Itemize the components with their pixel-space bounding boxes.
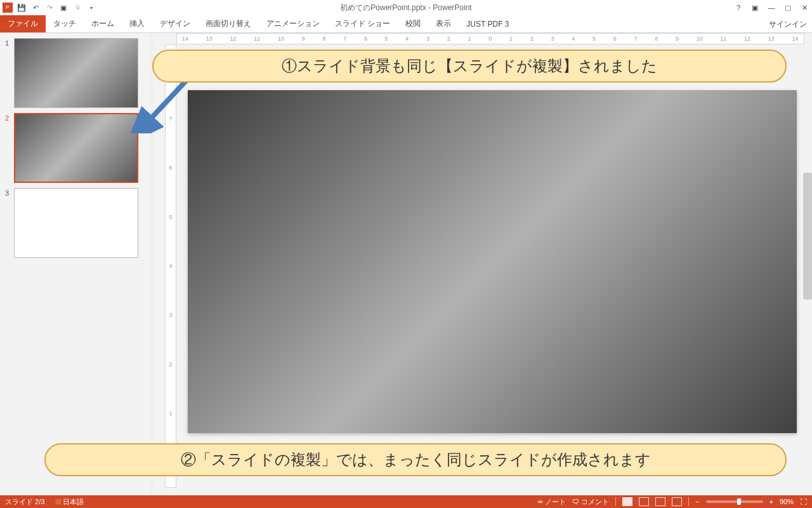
slide-sorter-view-icon[interactable] <box>639 497 649 506</box>
slideshow-view-icon[interactable] <box>672 497 682 506</box>
ribbon-tabs: ファイル タッチ ホーム 挿入 デザイン 画面切り替え アニメーション スライド… <box>0 15 812 33</box>
slide-thumbnail[interactable]: 3 <box>5 188 147 258</box>
slide-number: 3 <box>5 188 14 258</box>
tab-touch[interactable]: タッチ <box>46 15 84 32</box>
ribbon-display-icon[interactable]: ▣ <box>750 4 760 12</box>
undo-icon[interactable]: ↶ <box>30 3 41 13</box>
touch-mode-icon[interactable]: ☟ <box>72 3 82 13</box>
normal-view-icon[interactable] <box>622 497 632 506</box>
slide-thumbnail[interactable]: 2 <box>5 113 147 183</box>
ruler-horizontal[interactable]: 141312111098765432101234567891011121314 <box>176 33 804 44</box>
language-indicator[interactable]: �⃞ 日本語 <box>56 497 84 507</box>
close-icon[interactable]: ✕ <box>799 4 809 12</box>
annotation-callout-1: ①スライド背景も同じ【スライドが複製】されました <box>152 50 787 83</box>
slide-number: 2 <box>5 113 14 183</box>
ruler-vertical[interactable]: 876543210 <box>165 44 176 488</box>
window-title: 初めてのPowerPoint.pptx - PowerPoint <box>340 3 471 13</box>
slide-thumbnail[interactable]: 1 <box>5 38 147 108</box>
tab-insert[interactable]: 挿入 <box>122 15 152 32</box>
tab-animations[interactable]: アニメーション <box>259 15 327 32</box>
notes-button[interactable]: ≐ ノート <box>537 497 566 507</box>
tab-home[interactable]: ホーム <box>84 15 122 32</box>
annotation-callout-2: ②「スライドの複製」では、まったく同じスライドが作成されます <box>44 443 787 476</box>
vertical-scrollbar[interactable] <box>803 173 812 300</box>
signin-link[interactable]: サインイン <box>769 19 807 30</box>
zoom-out-button[interactable]: − <box>695 498 699 505</box>
zoom-level[interactable]: 90% <box>780 498 794 505</box>
start-from-beginning-icon[interactable]: ▣ <box>58 3 69 13</box>
status-bar: スライド 2/3 �⃞ 日本語 ≐ ノート 🗨 コメント − + 90% ⛶ <box>0 495 812 508</box>
slide-canvas[interactable] <box>188 90 797 433</box>
thumbnail-preview[interactable] <box>14 188 138 258</box>
tab-design[interactable]: デザイン <box>152 15 198 32</box>
minimize-icon[interactable]: — <box>766 4 776 11</box>
tab-slideshow[interactable]: スライド ショー <box>327 15 398 32</box>
comments-button[interactable]: 🗨 コメント <box>572 497 609 507</box>
help-icon[interactable]: ? <box>733 4 743 11</box>
slide-editor: 141312111098765432101234567891011121314 … <box>152 33 812 495</box>
tab-file[interactable]: ファイル <box>0 15 46 32</box>
slide-panel: 1 2 3 <box>0 33 152 495</box>
qat-customize-icon[interactable]: ▾ <box>86 3 96 13</box>
slide-counter[interactable]: スライド 2/3 <box>5 497 44 507</box>
redo-icon[interactable]: ↷ <box>44 3 55 13</box>
app-icon: P <box>3 3 13 13</box>
slide-number: 1 <box>5 38 14 108</box>
thumbnail-preview[interactable] <box>14 38 138 108</box>
save-icon[interactable]: 💾 <box>16 3 27 13</box>
maximize-icon[interactable]: ▢ <box>783 4 793 12</box>
zoom-in-button[interactable]: + <box>769 498 773 505</box>
zoom-slider[interactable] <box>706 500 763 503</box>
thumbnail-preview[interactable] <box>14 113 138 183</box>
fit-to-window-icon[interactable]: ⛶ <box>800 498 807 505</box>
tab-transitions[interactable]: 画面切り替え <box>198 15 259 32</box>
tab-justpdf[interactable]: JUST PDF 3 <box>459 15 516 32</box>
tab-view[interactable]: 表示 <box>428 15 459 32</box>
tab-review[interactable]: 校閲 <box>398 15 428 32</box>
reading-view-icon[interactable] <box>655 497 665 506</box>
